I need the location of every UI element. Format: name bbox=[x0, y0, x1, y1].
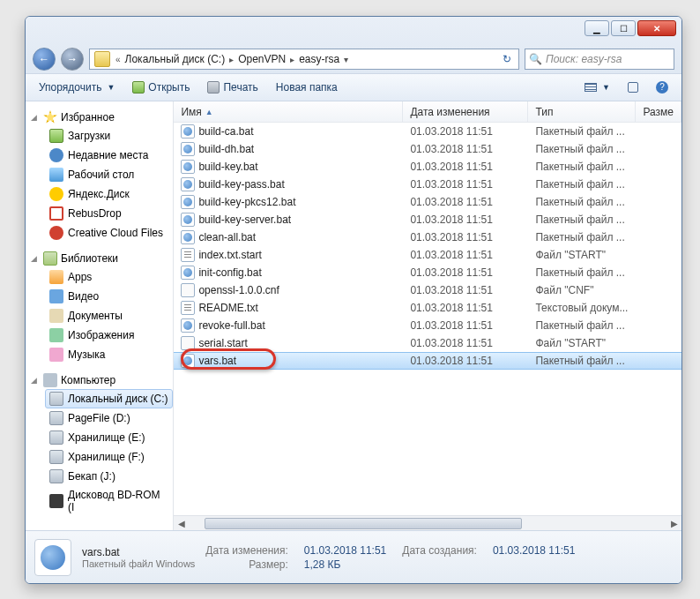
back-button[interactable]: ← bbox=[33, 48, 56, 71]
scrollbar-thumb[interactable] bbox=[205, 518, 522, 529]
file-list: build-ca.bat 01.03.2018 11:51 Пакетный ф… bbox=[174, 123, 681, 515]
nav-item[interactable]: Яндекс.Диск bbox=[45, 184, 173, 204]
nav-item[interactable]: Музыка bbox=[45, 345, 173, 364]
favorites-header[interactable]: ◢Избранное bbox=[26, 109, 173, 126]
file-row[interactable]: clean-all.bat 01.03.2018 11:51 Пакетный … bbox=[174, 228, 681, 246]
close-button[interactable] bbox=[637, 20, 676, 36]
open-button[interactable]: Открыть bbox=[124, 77, 197, 98]
file-name: build-key-server.bat bbox=[198, 213, 291, 226]
file-date: 01.03.2018 11:51 bbox=[403, 319, 528, 332]
file-date: 01.03.2018 11:51 bbox=[403, 143, 528, 155]
file-name: index.txt.start bbox=[198, 249, 261, 261]
star-icon bbox=[43, 110, 57, 124]
help-button[interactable]: ? bbox=[648, 77, 676, 98]
nav-item[interactable]: Apps bbox=[45, 267, 173, 287]
file-icon bbox=[181, 177, 195, 191]
nav-item[interactable]: Бекап (J:) bbox=[45, 467, 173, 486]
refresh-button[interactable]: ↻ bbox=[497, 53, 517, 65]
file-row[interactable]: build-key-server.bat 01.03.2018 11:51 Па… bbox=[174, 211, 681, 228]
file-row[interactable]: serial.start 01.03.2018 11:51 Файл "STAR… bbox=[174, 334, 681, 352]
file-icon bbox=[181, 301, 195, 315]
organize-button[interactable]: Упорядочить▼ bbox=[31, 77, 123, 98]
nav-item[interactable]: Недавние места bbox=[45, 146, 173, 165]
file-icon bbox=[181, 354, 195, 368]
view-icon bbox=[585, 83, 597, 92]
search-input[interactable]: 🔍 Поиск: easy-rsa bbox=[525, 49, 674, 70]
drive-icon bbox=[49, 494, 63, 508]
file-row[interactable]: init-config.bat 01.03.2018 11:51 Пакетны… bbox=[174, 264, 681, 281]
selected-file-name: vars.bat bbox=[82, 546, 195, 558]
new-folder-button[interactable]: Новая папка bbox=[268, 77, 346, 98]
preview-pane-button[interactable] bbox=[620, 77, 646, 98]
file-type: Пакетный файл ... bbox=[528, 125, 636, 138]
file-row[interactable]: build-key.bat 01.03.2018 11:51 Пакетный … bbox=[174, 158, 681, 176]
file-row[interactable]: openssl-1.0.0.cnf 01.03.2018 11:51 Файл … bbox=[174, 281, 681, 299]
file-icon bbox=[34, 539, 71, 576]
file-date: 01.03.2018 11:51 bbox=[403, 284, 528, 296]
chevron-icon[interactable]: « bbox=[113, 55, 123, 64]
nav-item[interactable]: Изображения bbox=[45, 326, 173, 345]
nav-item[interactable]: RebusDrop bbox=[45, 204, 173, 223]
file-date: 01.03.2018 11:51 bbox=[403, 266, 528, 279]
file-row[interactable]: build-key-pkcs12.bat 01.03.2018 11:51 Па… bbox=[174, 193, 681, 211]
nav-item[interactable]: Хранилище (F:) bbox=[45, 447, 173, 467]
titlebar bbox=[26, 17, 681, 45]
file-row[interactable]: README.txt 01.03.2018 11:51 Текстовый до… bbox=[174, 299, 681, 317]
file-icon bbox=[181, 213, 195, 227]
file-row[interactable]: build-key-pass.bat 01.03.2018 11:51 Паке… bbox=[174, 176, 681, 193]
nav-item[interactable]: Дисковод BD-ROM (I bbox=[45, 486, 173, 516]
file-icon bbox=[181, 195, 195, 209]
nav-icon bbox=[49, 148, 63, 162]
breadcrumb-item[interactable]: OpenVPN bbox=[236, 53, 287, 65]
chevron-icon[interactable]: ▸ bbox=[287, 55, 297, 64]
file-icon bbox=[181, 283, 195, 297]
file-row[interactable]: index.txt.start 01.03.2018 11:51 Файл "S… bbox=[174, 246, 681, 264]
nav-item[interactable]: Creative Cloud Files bbox=[45, 223, 173, 243]
horizontal-scrollbar[interactable]: ◀▶ bbox=[174, 515, 681, 530]
file-row[interactable]: build-ca.bat 01.03.2018 11:51 Пакетный ф… bbox=[174, 123, 681, 140]
maximize-button[interactable] bbox=[611, 20, 636, 36]
chevron-icon[interactable]: ▸ bbox=[227, 55, 236, 64]
help-icon: ? bbox=[656, 81, 668, 94]
drive-icon bbox=[49, 411, 63, 425]
nav-icon bbox=[49, 226, 63, 240]
minimize-button[interactable] bbox=[585, 20, 609, 36]
details-pane: vars.bat Пакетный файл Windows Дата изме… bbox=[26, 530, 681, 583]
nav-item[interactable]: Документы bbox=[45, 306, 173, 326]
toolbar: Упорядочить▼ Открыть Печать Новая папка … bbox=[26, 73, 681, 101]
print-icon bbox=[207, 81, 220, 94]
nav-item[interactable]: Загрузки bbox=[45, 126, 173, 146]
file-name: init-config.bat bbox=[198, 266, 261, 279]
file-type: Пакетный файл ... bbox=[528, 355, 636, 367]
modified-label: Дата изменения: bbox=[205, 544, 288, 557]
file-icon bbox=[181, 248, 195, 262]
file-row[interactable]: build-dh.bat 01.03.2018 11:51 Пакетный ф… bbox=[174, 140, 681, 158]
address-bar[interactable]: « Локальный диск (C:) ▸ OpenVPN ▸ easy-r… bbox=[89, 49, 519, 70]
chevron-down-icon: ▼ bbox=[602, 83, 610, 92]
nav-item[interactable]: Хранилище (E:) bbox=[45, 428, 173, 447]
file-type: Пакетный файл ... bbox=[528, 161, 636, 173]
print-button[interactable]: Печать bbox=[199, 77, 265, 98]
breadcrumb-item[interactable]: easy-rsa bbox=[297, 53, 341, 65]
file-type: Пакетный файл ... bbox=[528, 178, 636, 191]
file-type: Пакетный файл ... bbox=[528, 196, 636, 208]
nav-item[interactable]: Видео bbox=[45, 287, 173, 306]
file-row[interactable]: vars.bat 01.03.2018 11:51 Пакетный файл … bbox=[174, 352, 681, 370]
column-size[interactable]: Разме bbox=[636, 101, 681, 122]
file-icon bbox=[181, 230, 195, 244]
chevron-down-icon[interactable]: ▾ bbox=[341, 55, 351, 64]
forward-button[interactable]: → bbox=[61, 48, 84, 71]
nav-item[interactable]: Локальный диск (C:) bbox=[45, 389, 173, 408]
view-button[interactable]: ▼ bbox=[577, 77, 618, 98]
column-date[interactable]: Дата изменения bbox=[403, 101, 528, 122]
column-type[interactable]: Тип bbox=[528, 101, 636, 122]
libraries-header[interactable]: ◢Библиотеки bbox=[26, 250, 173, 267]
file-row[interactable]: revoke-full.bat 01.03.2018 11:51 Пакетны… bbox=[174, 317, 681, 334]
nav-item[interactable]: Рабочий стол bbox=[45, 165, 173, 184]
computer-header[interactable]: ◢Компьютер bbox=[26, 371, 173, 389]
breadcrumb-item[interactable]: Локальный диск (C:) bbox=[123, 53, 227, 65]
sort-asc-icon: ▲ bbox=[205, 108, 213, 116]
column-name[interactable]: Имя▲ bbox=[174, 101, 403, 122]
file-name: build-key.bat bbox=[198, 161, 257, 173]
nav-item[interactable]: PageFile (D:) bbox=[45, 408, 173, 428]
